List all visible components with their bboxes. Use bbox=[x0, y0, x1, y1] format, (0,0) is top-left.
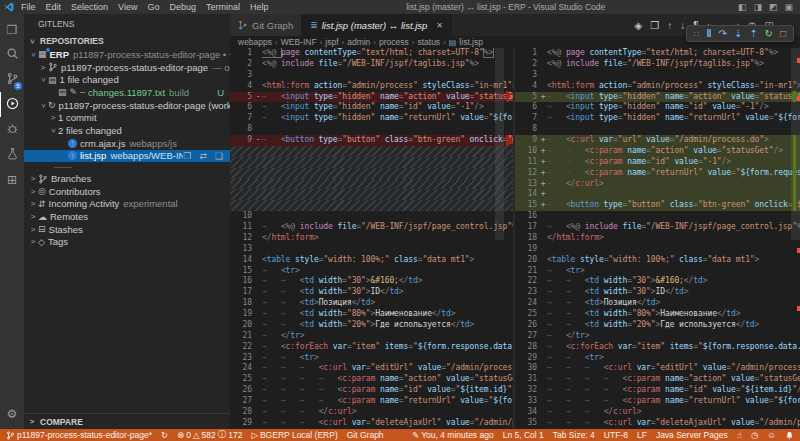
menu-file[interactable]: File bbox=[16, 2, 41, 12]
chevron-down-icon[interactable]: > bbox=[49, 125, 58, 135]
breadcrumb-segment[interactable]: process bbox=[379, 37, 409, 47]
restart-icon[interactable]: ↻ bbox=[765, 28, 773, 39]
status-debug-target[interactable]: ▷BGERP Local (ERP) bbox=[251, 430, 337, 440]
tree-item-contributors[interactable]: >◎Contributors bbox=[24, 185, 230, 198]
chevron-down-icon[interactable]: > bbox=[39, 75, 48, 85]
status-language[interactable]: Java Server Pages bbox=[656, 430, 728, 440]
activity-extensions-icon[interactable]: ⊞ bbox=[0, 167, 24, 192]
breadcrumb-segment[interactable]: webapps bbox=[238, 37, 272, 47]
status-smiley[interactable]: ☺ bbox=[767, 430, 776, 440]
diff-modified-pane[interactable]: 1<%@ page contentType="text/html; charse… bbox=[515, 48, 800, 429]
tree-item-list-jsp[interactable]: ↑list.jspwebapps/WEB-INF/jspf/admin/pr..… bbox=[24, 150, 230, 163]
chevron-down-icon[interactable]: > bbox=[29, 49, 38, 59]
status-timer[interactable]: ◷ bbox=[751, 430, 758, 440]
breadcrumb-segment[interactable]: status bbox=[417, 37, 440, 47]
copy-icon[interactable]: ❐ bbox=[183, 151, 191, 161]
tree-item-incoming-activity[interactable]: >⇵Incoming Activityexperimental bbox=[24, 198, 230, 211]
chevron-right-icon[interactable]: > bbox=[48, 113, 58, 122]
tree-item-crm-ajax-js[interactable]: ↑crm.ajax.jswebapps/js bbox=[24, 137, 230, 150]
compare-icon[interactable]: ⇄ bbox=[199, 151, 207, 161]
tree-item-changes-11897-txt[interactable]: ▤✎–changes.11897.txtbuildU bbox=[24, 86, 230, 99]
breadcrumb-segment[interactable]: jspf bbox=[325, 37, 338, 47]
warning-icon: △ bbox=[193, 430, 200, 440]
status-blame[interactable]: ✎You, 4 minutes ago bbox=[412, 430, 494, 440]
status-problems[interactable]: ⊗0△582ⓘ172 bbox=[177, 429, 242, 441]
layout-panel-icon[interactable]: ◨ bbox=[753, 2, 762, 12]
breadcrumb-file[interactable]: list.jsp bbox=[459, 37, 483, 47]
code-row: 9+→ <c:url var="url" value="/admin/proce… bbox=[515, 135, 800, 146]
tab-git-graph[interactable]: Git Graph bbox=[230, 14, 302, 36]
menu-terminal[interactable]: Terminal bbox=[201, 2, 245, 12]
menu-selection[interactable]: Selection bbox=[66, 2, 113, 12]
breadcrumb-segment[interactable]: admin bbox=[347, 37, 370, 47]
activity-gitlens-icon[interactable] bbox=[0, 92, 24, 117]
status-sync[interactable]: ↻ bbox=[161, 430, 168, 440]
chevron-right-icon[interactable]: > bbox=[28, 225, 38, 234]
status-git-graph[interactable]: Git Graph bbox=[347, 430, 384, 440]
menu-help[interactable]: Help bbox=[245, 2, 274, 12]
breadcrumb-segment[interactable]: WEB-INF bbox=[281, 37, 317, 47]
tree-item-tags[interactable]: >◇Tags bbox=[24, 236, 230, 249]
tree-item-2-files-changed[interactable]: >2 files changed bbox=[24, 124, 230, 137]
prev-change-icon[interactable]: ↑ bbox=[667, 20, 672, 31]
next-change-icon[interactable]: ↓ bbox=[680, 20, 685, 31]
open-file-icon[interactable]: ❏ bbox=[215, 151, 223, 161]
activity-search-icon[interactable] bbox=[0, 42, 24, 67]
chevron-down-icon[interactable]: > bbox=[39, 100, 48, 110]
chevron-right-icon[interactable]: > bbox=[28, 174, 38, 183]
layout-secondary-sidebar-icon[interactable]: ◩ bbox=[769, 2, 778, 12]
tree-item-1-file-changed[interactable]: >▤1 file changed bbox=[24, 73, 230, 86]
chevron-right-icon: > bbox=[27, 417, 37, 426]
activity-debug-icon[interactable] bbox=[0, 117, 24, 142]
layout-customize-icon[interactable]: ▣ bbox=[784, 2, 793, 12]
tab-diff-listjsp[interactable]: ≣ list.jsp (master) ↔ list.jsp ✕ bbox=[302, 14, 452, 36]
step-into-icon[interactable]: ⇣ bbox=[734, 28, 742, 39]
step-out-icon[interactable]: ⇡ bbox=[749, 28, 757, 39]
code-row: 26→ → <td width="20%">Где используется</… bbox=[515, 320, 800, 331]
close-icon[interactable]: ✕ bbox=[436, 21, 443, 30]
status-tab-size[interactable]: Tab Size: 4 bbox=[553, 430, 595, 440]
compare-section-header[interactable]: > COMPARE bbox=[24, 413, 230, 429]
tree-item-stashes[interactable]: >⊟Stashes bbox=[24, 223, 230, 236]
diff-original-pane[interactable]: 1<%@ page contentType="text/html; charse… bbox=[230, 48, 513, 429]
status-tab-size-label: Tab Size: 4 bbox=[553, 430, 595, 440]
chevron-right-icon[interactable]: > bbox=[28, 199, 38, 208]
status-branch[interactable]: p11897-process-status-editor-page* bbox=[6, 430, 152, 440]
branch-icon bbox=[48, 62, 58, 72]
tree-item-branches[interactable]: >Branches bbox=[24, 172, 230, 185]
swap-sides-icon[interactable]: ◈ bbox=[634, 20, 642, 31]
activity-gear-icon[interactable]: ⚙ bbox=[0, 401, 24, 426]
tree-item-p11897-process-status-editor-p[interactable]: >p11897-process-status-editor-page— orig… bbox=[24, 61, 230, 74]
pause-icon[interactable]: ‖ bbox=[706, 28, 711, 39]
layout-sidebar-icon[interactable]: ◧ bbox=[738, 2, 747, 12]
menu-edit[interactable]: Edit bbox=[41, 2, 67, 12]
code-row: 11→ <%@ include file="/WEB-INF/jspf/page… bbox=[230, 222, 513, 233]
activity-test-icon[interactable] bbox=[0, 142, 24, 167]
menu-go[interactable]: Go bbox=[142, 2, 164, 12]
status-encoding[interactable]: UTF-8 bbox=[604, 430, 628, 440]
chevron-right-icon[interactable]: > bbox=[28, 187, 38, 196]
status-feedback[interactable]: ☝ bbox=[737, 430, 742, 440]
copy-file-icon[interactable]: ❐ bbox=[650, 20, 659, 31]
code-row: 11+→ → <c:param name="id" value="-1"/> bbox=[515, 157, 800, 168]
activity-explorer-icon[interactable]: ❐ bbox=[0, 17, 24, 42]
tree-item-1-commit[interactable]: >1 commit bbox=[24, 111, 230, 124]
chevron-right-icon[interactable]: > bbox=[28, 212, 38, 221]
status-cursor-position[interactable]: Ln 5, Col 1 bbox=[503, 430, 544, 440]
chevron-right-icon[interactable]: > bbox=[38, 63, 48, 72]
status-eol[interactable]: LF bbox=[637, 430, 647, 440]
stop-icon[interactable]: □ bbox=[780, 28, 786, 39]
menu-view[interactable]: View bbox=[113, 2, 142, 12]
repositories-section-header[interactable]: > REPOSITORIES bbox=[24, 34, 230, 48]
tree-item-p11897-process-status-editor-p[interactable]: >↻p11897-process-status-editor-page (wor… bbox=[24, 99, 230, 112]
diff-sign: + bbox=[539, 200, 547, 211]
left-scrollbar[interactable] bbox=[495, 48, 504, 240]
tree-item-erp[interactable]: >▦ERPp11897-process-status-editor-page •… bbox=[24, 48, 230, 61]
menu-debug[interactable]: Debug bbox=[164, 2, 201, 12]
tree-item-remotes[interactable]: >☁Remotes bbox=[24, 210, 230, 223]
drag-grip-icon[interactable]: ∷ bbox=[694, 29, 700, 39]
activity-source-control-icon[interactable]: 5 bbox=[0, 67, 24, 92]
chevron-right-icon[interactable]: > bbox=[28, 237, 38, 246]
step-over-icon[interactable]: ↷ bbox=[718, 28, 726, 39]
status-notifications[interactable] bbox=[785, 431, 794, 440]
